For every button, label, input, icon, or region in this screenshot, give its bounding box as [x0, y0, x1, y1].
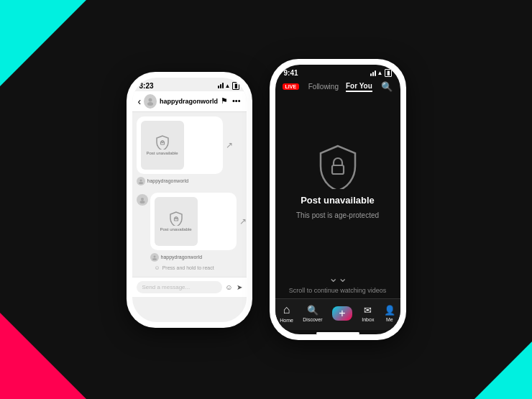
reaction-hint-text: Press and hold to react: [162, 265, 214, 270]
scroll-hint-text: Scroll to continue watching videos: [289, 287, 387, 294]
home-indicator: [316, 332, 359, 334]
svg-point-11: [152, 258, 157, 260]
tiktok-header: LIVE Following For You 🔍: [275, 78, 400, 96]
tiktok-bottom-nav: ⌂ Home 🔍 Discover + ✉ Inbox 👤: [275, 298, 400, 330]
forward-icon-2[interactable]: ↗: [239, 216, 247, 226]
post-unavail-label-2: Post unavailable: [160, 227, 191, 231]
inbox-icon: ✉: [364, 305, 372, 316]
bg-corner-teal: [0, 0, 86, 86]
message-row-2-container: Post unavailable ↗ happydragonworld ☺: [137, 193, 242, 272]
forward-icon-1[interactable]: ↗: [226, 140, 233, 150]
phone-chat: 3:23 ▲ ▮ ‹ happydragonworld: [127, 72, 252, 328]
me-icon: 👤: [384, 305, 395, 316]
chat-username: happydragonworld: [160, 98, 218, 105]
signal-bars-icon: [218, 83, 224, 88]
plus-icon: +: [339, 308, 345, 319]
more-options-icon[interactable]: •••: [232, 96, 241, 106]
svg-rect-12: [332, 165, 344, 174]
emoji-icon[interactable]: ☺: [225, 283, 232, 291]
svg-point-4: [139, 179, 142, 181]
post-unavail-label-1: Post unavailable: [146, 151, 178, 155]
wifi-icon: ▲: [225, 83, 231, 89]
bg-corner-teal2: [474, 341, 532, 399]
nav-me[interactable]: 👤 Me: [384, 305, 395, 322]
phone1-status-icons: ▲ ▮: [218, 82, 239, 90]
user-avatar: [144, 94, 157, 109]
wifi-dark-icon: ▲: [377, 70, 383, 76]
svg-point-7: [139, 201, 145, 203]
message-row-1: Post unavailable ↗ happydragonworld: [137, 116, 242, 185]
post-unavail-title: Post unavailable: [301, 195, 375, 206]
nav-add[interactable]: +: [332, 306, 352, 321]
lock-shield-large-icon: [318, 145, 358, 189]
post-unavail-subtitle: This post is age-protected: [296, 211, 379, 219]
scroll-hint: ⌄⌄ Scroll to continue watching videos: [275, 267, 400, 298]
sender-label-2: happydragonworld: [150, 253, 203, 262]
back-button[interactable]: ‹: [138, 96, 142, 107]
send-icon[interactable]: ➤: [237, 283, 242, 291]
post-preview-1: Post unavailable: [141, 121, 184, 170]
phone1-status-bar: 3:23 ▲ ▮: [132, 78, 247, 91]
phone2-time: 9:41: [284, 69, 298, 77]
inbox-label: Inbox: [362, 317, 374, 322]
bg-corner-pink: [0, 313, 86, 399]
svg-point-0: [149, 98, 152, 101]
sender-avatar-1: [137, 177, 145, 185]
message-input[interactable]: Send a message...: [137, 281, 223, 293]
message-row-2: Post unavailable ↗ happydragonworld ☺: [150, 193, 237, 272]
phones-container: 3:23 ▲ ▮ ‹ happydragonworld: [127, 59, 406, 340]
message-bubble-2: Post unavailable ↗: [150, 193, 237, 250]
phone2-status-icons: ▲ ▮: [370, 69, 392, 77]
phone2-screen: 9:41 ▲ ▮ LIVE Following For You: [275, 65, 400, 334]
chat-input-bar: Send a message... ☺ ➤: [132, 277, 247, 297]
flag-icon[interactable]: ⚑: [221, 96, 228, 106]
reaction-bar: ☺ Press and hold to react: [150, 263, 219, 272]
signal-bars-dark-icon: [370, 70, 376, 76]
nav-discover[interactable]: 🔍 Discover: [303, 305, 322, 322]
phone-tiktok: 9:41 ▲ ▮ LIVE Following For You: [270, 59, 406, 340]
phone1-screen: 3:23 ▲ ▮ ‹ happydragonworld: [132, 78, 247, 322]
home-icon: ⌂: [283, 303, 290, 316]
svg-point-10: [153, 255, 155, 257]
sender-name-1: happydragonworld: [147, 178, 189, 183]
chat-header: ‹ happydragonworld ⚑ •••: [132, 91, 247, 112]
svg-point-1: [147, 102, 153, 106]
message-bubble-1: Post unavailable ↗: [137, 116, 223, 174]
sender-avatar-2: [150, 253, 159, 262]
tiktok-main-content: Post unavailable This post is age-protec…: [275, 96, 400, 267]
chat-input-icons: ☺ ➤: [225, 283, 242, 291]
me-label: Me: [386, 317, 393, 322]
chat-messages-area: Post unavailable ↗ happydragonworld: [132, 112, 247, 277]
tab-for-you[interactable]: For You: [346, 82, 372, 92]
battery-icon: ▮: [232, 82, 239, 90]
svg-point-5: [139, 182, 143, 184]
tiktok-nav-tabs: Following For You: [308, 82, 372, 92]
sender-name-2: happydragonworld: [161, 254, 203, 260]
discover-label: Discover: [303, 317, 322, 322]
search-icon[interactable]: 🔍: [381, 81, 393, 92]
svg-point-6: [141, 198, 144, 201]
sender-label-1: happydragonworld: [137, 177, 189, 185]
phone1-time: 3:23: [139, 82, 154, 90]
nav-home[interactable]: ⌂ Home: [280, 303, 293, 323]
discover-icon: 🔍: [307, 305, 318, 316]
nav-inbox[interactable]: ✉ Inbox: [362, 305, 374, 322]
react-smiley-icon: ☺: [155, 265, 160, 271]
chat-header-icons: ⚑ •••: [221, 96, 241, 106]
live-badge[interactable]: LIVE: [283, 83, 300, 90]
chevrons-down-icon: ⌄⌄: [329, 271, 347, 285]
post-preview-2: Post unavailable: [155, 197, 198, 246]
tab-following[interactable]: Following: [308, 83, 339, 91]
incoming-avatar: [137, 194, 148, 206]
home-label: Home: [280, 318, 293, 323]
add-button[interactable]: +: [332, 306, 352, 321]
battery-dark-icon: ▮: [385, 69, 392, 77]
input-placeholder: Send a message...: [142, 284, 191, 290]
phone2-status-bar: 9:41 ▲ ▮: [275, 65, 400, 78]
